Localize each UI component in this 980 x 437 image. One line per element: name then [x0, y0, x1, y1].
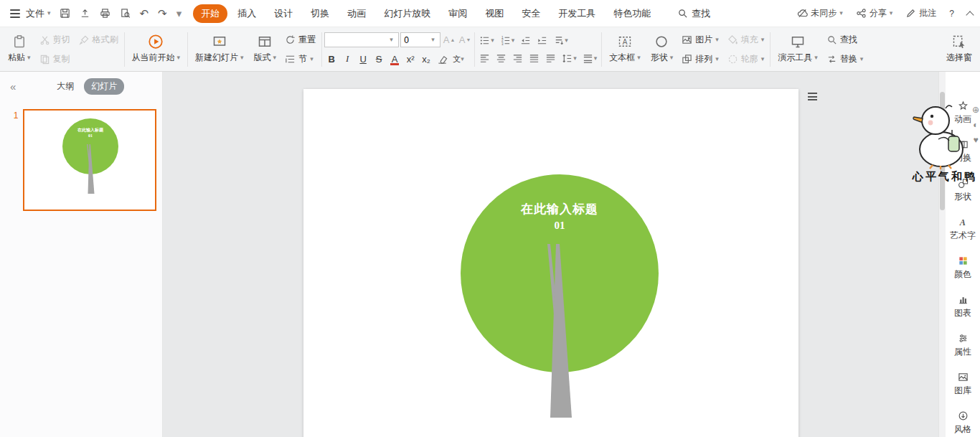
line-spacing-button[interactable]: ▾	[560, 52, 579, 65]
new-slide-button[interactable]: 新建幻灯片▾	[190, 30, 249, 69]
tab-transitions[interactable]: 切换	[303, 4, 337, 23]
font-name-combo[interactable]: ▾	[324, 32, 399, 47]
sticker-like-icon[interactable]: ♥	[972, 136, 979, 144]
slide-thumbnail[interactable]: 在此输入标题 01	[23, 109, 156, 211]
find-button[interactable]: 查找	[823, 32, 867, 47]
bullets-button[interactable]: ▾	[477, 34, 496, 47]
bold-button[interactable]: B	[324, 52, 339, 66]
outline-label: 轮廓	[741, 53, 758, 65]
collapse-ribbon-button[interactable]	[967, 9, 973, 18]
panel-item-label: 图表	[954, 307, 971, 319]
tab-slideshow[interactable]: 幻灯片放映	[376, 4, 438, 23]
replace-button[interactable]: 替换 ▾	[823, 52, 867, 67]
tab-outline[interactable]: 大纲	[50, 78, 81, 95]
align-left-button[interactable]	[477, 52, 492, 65]
tree-trunk-shape[interactable]	[540, 241, 586, 420]
distribute-text-button[interactable]	[543, 52, 558, 65]
paragraph-spacing-button[interactable]: ▾	[580, 52, 600, 65]
svg-text:3: 3	[501, 42, 504, 45]
section-icon	[285, 54, 296, 65]
section-button[interactable]: 节 ▾	[281, 52, 319, 67]
help-button[interactable]: ?	[949, 9, 954, 19]
main-menu-icon[interactable]	[7, 6, 23, 21]
tab-developer[interactable]: 开发工具	[550, 4, 603, 23]
tab-special-features[interactable]: 特色功能	[606, 4, 659, 23]
increase-font-size-button[interactable]: A▲	[442, 33, 456, 47]
font-color-button[interactable]: A	[387, 52, 402, 66]
tab-security[interactable]: 安全	[514, 4, 548, 23]
panel-item-wordart[interactable]: A 艺术字	[950, 217, 976, 242]
slide-title-text[interactable]: 在此输入标题 01	[461, 201, 659, 232]
play-from-current-button[interactable]: 从当前开始▾	[127, 30, 186, 69]
decrease-font-size-button[interactable]: A▼	[458, 33, 472, 47]
reset-button[interactable]: 重置	[281, 32, 319, 47]
outline-button[interactable]: 轮廓 ▾	[724, 52, 768, 67]
tab-design[interactable]: 设计	[266, 4, 301, 23]
more-commands-caret-icon[interactable]: ▾	[176, 8, 182, 19]
export-button[interactable]	[80, 8, 90, 19]
tab-home[interactable]: 开始	[193, 4, 227, 23]
shape-button[interactable]: 形状▾	[646, 30, 679, 69]
canvas-menu-button[interactable]	[806, 91, 819, 102]
picture-button[interactable]: 图片 ▾	[678, 32, 722, 47]
titlebar-find-button[interactable]: 查找	[677, 7, 710, 20]
sticker-add-icon[interactable]: ⊕	[972, 105, 979, 114]
print-preview-button[interactable]	[120, 8, 131, 19]
numbering-button[interactable]: 123▾	[498, 34, 517, 47]
font-size-input[interactable]	[404, 35, 430, 45]
save-button[interactable]	[60, 8, 70, 19]
quick-access-toolbar: ↶ ↷ ▾	[60, 8, 182, 19]
cut-button[interactable]: 剪切	[36, 32, 74, 47]
align-center-button[interactable]	[494, 52, 509, 65]
strikethrough-button[interactable]: S	[372, 52, 386, 66]
print-button[interactable]	[100, 8, 110, 19]
font-size-combo[interactable]: ▾	[400, 32, 440, 47]
tab-review[interactable]: 审阅	[440, 4, 475, 23]
duck-mascot-sticker[interactable]	[911, 99, 974, 169]
undo-button[interactable]: ↶	[140, 8, 149, 19]
underline-button[interactable]: U	[356, 52, 370, 66]
fill-button[interactable]: 填充 ▾	[724, 32, 768, 47]
paste-button[interactable]: 粘贴▾	[3, 30, 36, 69]
layout-button[interactable]: 版式▾	[249, 30, 282, 69]
clear-format-button[interactable]	[435, 52, 450, 66]
copy-button[interactable]: 复制	[36, 52, 74, 67]
superscript-button[interactable]: x²	[403, 52, 418, 66]
tab-slides[interactable]: 幻灯片	[84, 78, 124, 95]
phonetic-guide-button[interactable]: 文▾	[451, 52, 466, 66]
italic-button[interactable]: I	[340, 52, 354, 66]
scissors-icon	[39, 34, 50, 45]
align-right-button[interactable]	[510, 52, 525, 65]
font-name-input[interactable]	[328, 35, 388, 45]
arrange-button[interactable]: 排列 ▾	[678, 52, 722, 67]
up-arrow-icon: ▲	[450, 37, 455, 42]
panel-item-charts[interactable]: 图表	[954, 294, 971, 319]
justify-button[interactable]	[527, 52, 542, 65]
increase-indent-button[interactable]	[534, 34, 550, 47]
share-button[interactable]: 分享 ▾	[856, 7, 893, 19]
text-direction-button[interactable]: ▾	[551, 34, 570, 47]
text-box-button[interactable]: A 文本框▾	[604, 30, 646, 69]
decrease-indent-button[interactable]	[518, 34, 533, 47]
slides-panel-header: « 大纲 幻灯片	[0, 72, 162, 99]
tab-insert[interactable]: 插入	[230, 4, 264, 23]
sticker-toggle-icon[interactable]: ◐	[972, 121, 979, 129]
file-menu[interactable]: 文件 ▾	[23, 7, 57, 20]
selection-pane-button[interactable]: 选择窗	[941, 30, 977, 69]
format-painter-button[interactable]: 格式刷	[75, 32, 122, 47]
share-label: 分享	[870, 7, 887, 19]
shape-icon	[654, 34, 669, 49]
panel-item-gallery[interactable]: 图库	[954, 372, 971, 397]
sync-status-button[interactable]: 未同步 ▾	[797, 7, 843, 19]
panel-item-colors[interactable]: 颜色	[954, 255, 971, 281]
redo-button[interactable]: ↷	[158, 8, 167, 19]
panel-item-properties[interactable]: 属性	[954, 333, 971, 358]
presentation-tools-button[interactable]: 演示工具▾	[773, 30, 823, 69]
picture-label: 图片	[695, 34, 712, 46]
tab-view[interactable]: 视图	[477, 4, 512, 23]
subscript-button[interactable]: x₂	[419, 52, 433, 66]
panel-item-style[interactable]: 风格	[954, 410, 971, 436]
collapse-panel-button[interactable]: «	[7, 80, 19, 93]
comment-button[interactable]: 批注	[905, 7, 936, 19]
tab-animations[interactable]: 动画	[339, 4, 374, 23]
